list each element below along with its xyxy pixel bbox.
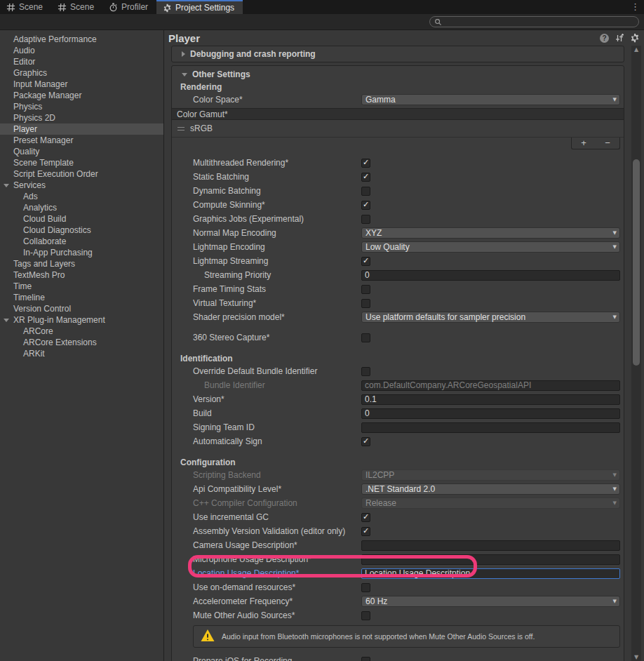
microphone-usage-description-field[interactable] (361, 554, 620, 565)
sidebar-item-collaborate[interactable]: Collaborate (0, 236, 163, 247)
help-icon[interactable]: ? (600, 34, 609, 43)
tab-scene[interactable]: Scene (0, 0, 51, 14)
sidebar-item-label: In-App Purchasing (23, 248, 93, 258)
setting-row-use-on-demand-resources: Use on-demand resources* (172, 580, 624, 594)
color-gamut-item-srgb[interactable]: sRGB (172, 120, 624, 138)
sidebar-item-label: Tags and Layers (13, 259, 75, 269)
tab-scene[interactable]: Scene (51, 0, 102, 14)
foldout-expanded-icon[interactable] (4, 184, 9, 187)
search-box[interactable] (429, 16, 639, 27)
sidebar-item-time[interactable]: Time (0, 281, 163, 292)
add-gamut-button[interactable]: + (572, 138, 596, 149)
vertical-scrollbar[interactable]: ▲ ▼ (631, 46, 641, 661)
setting-label: Signing Team ID (193, 422, 361, 432)
virtual-texturing-checkbox[interactable] (361, 299, 370, 308)
lightmap-encoding-dropdown[interactable]: Low Quality (361, 241, 620, 253)
tab-profiler[interactable]: Profiler (102, 0, 156, 14)
gear-icon[interactable] (630, 33, 640, 43)
sidebar-item-xr-plug-in-management[interactable]: XR Plug-in Management (0, 314, 163, 326)
sidebar-item-physics-2d[interactable]: Physics 2D (0, 112, 163, 123)
sidebar-item-script-execution-order[interactable]: Script Execution Order (0, 168, 163, 180)
setting-label: Location Usage Description* (193, 568, 361, 578)
sidebar-item-version-control[interactable]: Version Control (0, 303, 163, 314)
shader-precision-model-dropdown[interactable]: Use platform defaults for sampler precis… (361, 312, 620, 323)
multithreaded-rendering-checkbox[interactable] (361, 159, 370, 168)
lightmap-streaming-checkbox[interactable] (361, 257, 370, 266)
setting-label: Use incremental GC (193, 512, 361, 522)
scripting-backend-dropdown[interactable]: IL2CPP (361, 469, 620, 481)
sidebar-item-physics[interactable]: Physics (0, 101, 163, 112)
version-field[interactable] (361, 394, 620, 405)
mute-other-audio-sources-checkbox[interactable] (361, 611, 370, 620)
sidebar-item-arcore-extensions[interactable]: ARCore Extensions (0, 337, 163, 348)
sidebar-item-arcore[interactable]: ARCore (0, 326, 163, 337)
scrollbar-thumb[interactable] (633, 159, 640, 366)
search-input[interactable] (445, 18, 634, 26)
setting-row-signing-team-id: Signing Team ID (172, 420, 624, 434)
tab-project-settings[interactable]: Project Settings (156, 0, 243, 14)
override-default-bundle-identifier-checkbox[interactable] (361, 367, 370, 376)
sidebar-item-audio[interactable]: Audio (0, 45, 163, 56)
scroll-up-icon[interactable]: ▲ (631, 46, 641, 53)
use-incremental-gc-checkbox[interactable] (361, 513, 370, 522)
sidebar-item-services[interactable]: Services (0, 180, 163, 191)
remove-gamut-button[interactable]: − (596, 138, 619, 149)
sidebar-item-in-app-purchasing[interactable]: In-App Purchasing (0, 247, 163, 258)
sidebar-item-cloud-diagnostics[interactable]: Cloud Diagnostics (0, 225, 163, 236)
sidebar-item-label: Package Manager (13, 91, 81, 100)
bundle-identifier-field[interactable] (361, 380, 620, 391)
automatically-sign-checkbox[interactable] (361, 437, 370, 446)
setting-row-360-stereo-capture: 360 Stereo Capture* (172, 330, 624, 345)
panel-header: Player ? (164, 30, 644, 46)
sidebar-item-analytics[interactable]: Analytics (0, 202, 163, 213)
sidebar-item-package-manager[interactable]: Package Manager (0, 90, 163, 101)
scroll-down-icon[interactable]: ▼ (631, 654, 641, 660)
streaming-priority-field[interactable] (361, 270, 620, 281)
static-batching-checkbox[interactable] (361, 173, 370, 182)
sidebar-item-cloud-build[interactable]: Cloud Build (0, 213, 163, 225)
sidebar-item-timeline[interactable]: Timeline (0, 292, 163, 303)
dynamic-batching-checkbox[interactable] (361, 187, 370, 196)
sidebar-item-graphics[interactable]: Graphics (0, 67, 163, 79)
use-on-demand-resources-checkbox[interactable] (361, 583, 370, 592)
debug-foldout[interactable]: Debugging and crash reporting (171, 46, 624, 62)
dropdown-value: IL2CPP (365, 470, 394, 480)
sidebar-item-textmesh-pro[interactable]: TextMesh Pro (0, 269, 163, 281)
other-settings-foldout[interactable]: Other Settings (172, 67, 624, 81)
graphics-jobs-experimental-checkbox[interactable] (361, 215, 370, 224)
sidebar-item-quality[interactable]: Quality (0, 146, 163, 157)
sidebar-item-preset-manager[interactable]: Preset Manager (0, 135, 163, 146)
frame-timing-stats-checkbox[interactable] (361, 285, 370, 294)
normal-map-encoding-dropdown[interactable]: XYZ (361, 227, 620, 239)
c-compiler-configuration-dropdown[interactable]: Release (361, 498, 620, 509)
drag-handle-icon[interactable] (177, 127, 185, 131)
api-compatibility-level-dropdown[interactable]: .NET Standard 2.0 (361, 483, 620, 495)
signing-team-id-field[interactable] (361, 422, 620, 433)
prepare-ios-for-recording-checkbox[interactable] (361, 657, 370, 661)
setting-label: Streaming Priority (193, 270, 361, 280)
settings-sidebar: Adaptive PerformanceAudioEditorGraphicsI… (0, 30, 164, 661)
presets-icon[interactable] (615, 33, 624, 43)
sidebar-item-tags-and-layers[interactable]: Tags and Layers (0, 258, 163, 269)
assembly-version-validation-editor-only-checkbox[interactable] (361, 527, 370, 536)
setting-row-prepare-ios-for-recording: Prepare iOS for Recording (172, 654, 624, 661)
360-stereo-capture-checkbox[interactable] (361, 333, 370, 342)
setting-label: Lightmap Encoding (193, 242, 361, 252)
sidebar-item-ads[interactable]: Ads (0, 191, 163, 202)
sidebar-item-editor[interactable]: Editor (0, 56, 163, 67)
sidebar-item-adaptive-performance[interactable]: Adaptive Performance (0, 34, 163, 45)
sidebar-item-scene-template[interactable]: Scene Template (0, 157, 163, 168)
accelerometer-frequency-dropdown[interactable]: 60 Hz (361, 596, 620, 607)
sidebar-item-input-manager[interactable]: Input Manager (0, 79, 163, 90)
color-space-dropdown[interactable]: Gamma (361, 94, 620, 105)
sidebar-item-label: Version Control (13, 304, 71, 314)
location-usage-description-field[interactable] (361, 568, 620, 579)
sidebar-item-arkit[interactable]: ARKit (0, 348, 163, 359)
setting-row-dynamic-batching: Dynamic Batching (172, 184, 624, 198)
camera-usage-description-field[interactable] (361, 540, 620, 551)
kebab-menu-icon[interactable]: ⋮ (631, 1, 640, 13)
foldout-expanded-icon[interactable] (4, 319, 9, 322)
sidebar-item-player[interactable]: Player (0, 123, 163, 135)
compute-skinning-checkbox[interactable] (361, 201, 370, 210)
build-field[interactable] (361, 408, 620, 419)
